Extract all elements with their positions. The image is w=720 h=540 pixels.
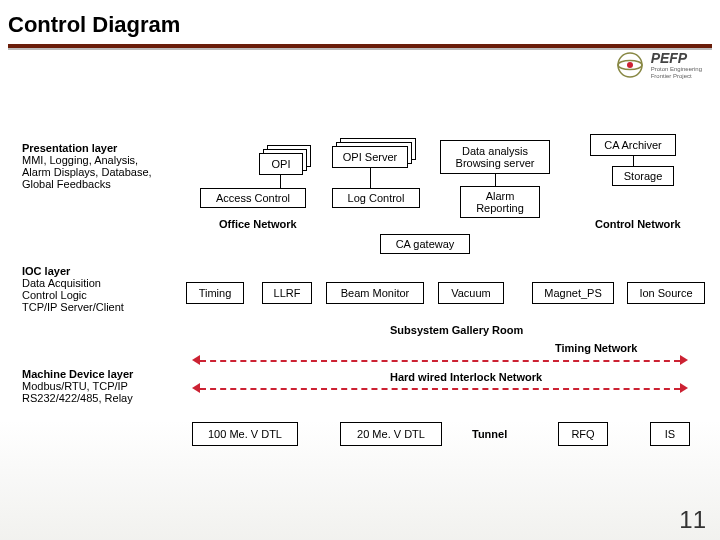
timing-arrow-left — [192, 355, 200, 365]
magnet-ps-box: Magnet_PS — [532, 282, 614, 304]
timing-network-line — [200, 360, 680, 362]
logo: PEFP Proton Engineering Frontier Project — [615, 50, 702, 80]
ca-gateway-box: CA gateway — [380, 234, 470, 254]
data-analysis-box: Data analysis Browsing server — [440, 140, 550, 174]
dtl20-box: 20 Me. V DTL — [340, 422, 442, 446]
beam-monitor-box: Beam Monitor — [326, 282, 424, 304]
subsystem-room-label: Subsystem Gallery Room — [390, 324, 523, 336]
tunnel-label: Tunnel — [472, 428, 507, 440]
connector-archiver — [633, 156, 634, 166]
page-number: 11 — [679, 506, 706, 534]
machine-layer-label: Machine Device layer Modbus/RTU, TCP/IP … — [22, 368, 192, 404]
connector-opi-server — [370, 168, 371, 188]
timing-box: Timing — [186, 282, 244, 304]
opi-server-box: OPI Server — [332, 146, 408, 168]
ioc-layer-label: IOC layer Data Acquisition Control Logic… — [22, 265, 182, 313]
diagram-canvas: Presentation layer MMI, Logging, Analysi… — [0, 90, 720, 540]
is-box: IS — [650, 422, 690, 446]
timing-arrow-right — [680, 355, 688, 365]
opi-box: OPI — [259, 153, 303, 175]
ion-source-box: Ion Source — [627, 282, 705, 304]
logo-subtitle-2: Frontier Project — [651, 73, 702, 80]
title-rule — [8, 44, 712, 50]
logo-icon — [615, 50, 645, 80]
vacuum-box: Vacuum — [438, 282, 504, 304]
storage-box: Storage — [612, 166, 674, 186]
llrf-box: LLRF — [262, 282, 312, 304]
office-network-label: Office Network — [219, 218, 297, 230]
svg-point-2 — [627, 62, 633, 68]
timing-network-label: Timing Network — [555, 342, 637, 354]
interlock-arrow-left — [192, 383, 200, 393]
interlock-network-line — [200, 388, 680, 390]
machine-desc: Modbus/RTU, TCP/IP RS232/422/485, Relay — [22, 380, 133, 404]
presentation-heading: Presentation layer — [22, 142, 117, 154]
presentation-layer-label: Presentation layer MMI, Logging, Analysi… — [22, 142, 197, 190]
access-control-box: Access Control — [200, 188, 306, 208]
rfq-box: RFQ — [558, 422, 608, 446]
presentation-desc: MMI, Logging, Analysis, Alarm Displays, … — [22, 154, 152, 190]
log-control-box: Log Control — [332, 188, 420, 208]
alarm-reporting-box: Alarm Reporting — [460, 186, 540, 218]
control-network-label: Control Network — [595, 218, 681, 230]
machine-heading: Machine Device layer — [22, 368, 133, 380]
interlock-arrow-right — [680, 383, 688, 393]
dtl100-box: 100 Me. V DTL — [192, 422, 298, 446]
logo-text: PEFP — [651, 50, 702, 66]
ioc-heading: IOC layer — [22, 265, 70, 277]
ioc-desc: Data Acquisition Control Logic TCP/IP Se… — [22, 277, 124, 313]
interlock-network-label: Hard wired Interlock Network — [390, 371, 542, 383]
page-title: Control Diagram — [0, 0, 720, 44]
connector-data-analysis — [495, 174, 496, 186]
connector-opi — [280, 174, 281, 188]
ca-archiver-box: CA Archiver — [590, 134, 676, 156]
logo-subtitle-1: Proton Engineering — [651, 66, 702, 73]
